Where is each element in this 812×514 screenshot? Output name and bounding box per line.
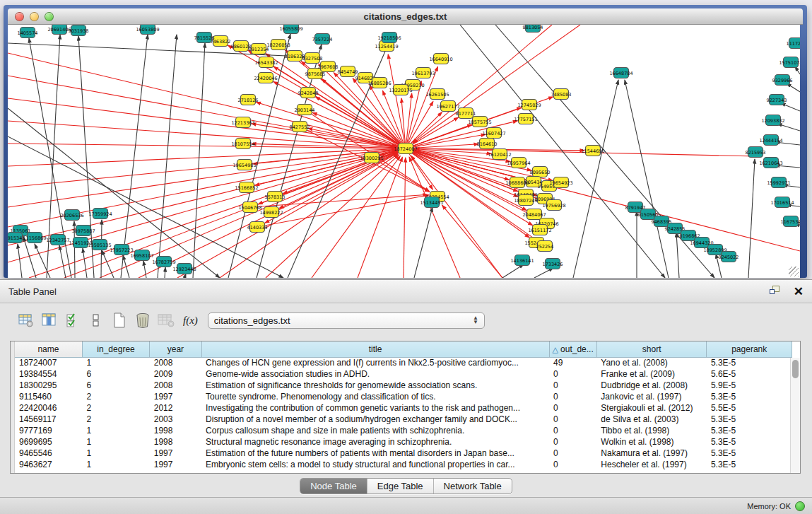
row-selection-icon[interactable]	[62, 310, 83, 330]
graph-node[interactable]	[425, 197, 440, 208]
graph-node[interactable]	[264, 207, 279, 218]
graph-node[interactable]	[382, 33, 397, 43]
table-select-dropdown[interactable]: citations_edges.txt ▲▼	[208, 313, 485, 329]
graph-node[interactable]	[770, 95, 784, 105]
graph-node[interactable]	[416, 68, 431, 78]
graph-node[interactable]	[695, 238, 710, 248]
graph-node[interactable]	[546, 259, 560, 269]
graph-node[interactable]	[473, 117, 488, 127]
column-header-short[interactable]: short	[596, 341, 707, 357]
table-cell[interactable]: Wolkin et al. (1998)	[596, 436, 707, 448]
table-cell[interactable]: 0	[549, 459, 596, 470]
tab-edge-table[interactable]: Edge Table	[367, 479, 434, 493]
column-header-name[interactable]: name	[15, 341, 82, 357]
table-cell[interactable]: 0	[549, 402, 596, 414]
black-edge[interactable]	[775, 165, 800, 168]
graph-node[interactable]	[522, 100, 537, 110]
table-cell[interactable]: 5.3E-5	[707, 391, 792, 402]
graph-node[interactable]	[93, 240, 107, 250]
graph-node[interactable]	[512, 158, 526, 168]
table-cell[interactable]: 2009	[150, 368, 201, 380]
graph-node[interactable]	[157, 257, 172, 267]
graph-node[interactable]	[487, 128, 502, 139]
graph-node[interactable]	[28, 233, 42, 243]
table-cell[interactable]: 19384554	[15, 368, 82, 380]
table-row[interactable]: 2242004622012Investigating the contribut…	[15, 402, 792, 414]
table-cell[interactable]: 0	[549, 391, 596, 402]
black-edge[interactable]	[414, 207, 433, 278]
graph-node[interactable]	[784, 57, 799, 68]
table-cell[interactable]: 9115460	[15, 391, 82, 402]
graph-node[interactable]	[748, 147, 763, 158]
graph-node[interactable]	[341, 66, 355, 77]
table-cell[interactable]: 18724007	[15, 357, 82, 368]
graph-node[interactable]	[321, 62, 336, 72]
graph-node[interactable]	[526, 25, 541, 33]
table-cell[interactable]: Nakamura et al. (1997)	[596, 448, 707, 459]
graph-node[interactable]	[315, 34, 330, 45]
graph-node[interactable]	[236, 139, 251, 149]
black-edge[interactable]	[502, 264, 524, 278]
graph-node[interactable]	[250, 222, 265, 233]
table-cell[interactable]: 5.3E-5	[707, 459, 792, 470]
table-row[interactable]: 1938455462009Genome-wide association stu…	[15, 368, 792, 380]
table-cell[interactable]: Corpus callosum shape and size in male p…	[201, 425, 549, 436]
table-cell[interactable]: Structural magnetic resonance image aver…	[201, 436, 549, 448]
memory-status-icon[interactable]	[795, 501, 805, 511]
graph-node[interactable]	[641, 209, 656, 220]
table-cell[interactable]: 2012	[150, 402, 201, 414]
float-window-icon[interactable]	[770, 286, 782, 297]
black-edge[interactable]	[59, 245, 66, 278]
graph-node[interactable]	[538, 241, 553, 252]
table-cell[interactable]: 2	[82, 414, 149, 425]
table-cell[interactable]: 1998	[150, 436, 201, 448]
table-cell[interactable]: 5.3E-5	[707, 414, 792, 425]
graph-node[interactable]	[480, 139, 495, 149]
graph-node[interactable]	[301, 88, 316, 98]
red-edge[interactable]	[8, 149, 396, 166]
graph-node[interactable]	[241, 95, 256, 105]
red-edge[interactable]	[413, 25, 580, 143]
graph-node[interactable]	[586, 146, 601, 156]
graph-node[interactable]	[52, 25, 67, 35]
black-edge[interactable]	[625, 80, 669, 278]
table-scrollbar[interactable]	[790, 358, 800, 473]
graph-node[interactable]	[772, 177, 787, 188]
graph-node[interactable]	[547, 200, 562, 211]
graph-node[interactable]	[554, 89, 569, 100]
tab-network-table[interactable]: Network Table	[434, 479, 512, 493]
graph-node[interactable]	[526, 177, 541, 187]
table-cell[interactable]: 5.3E-5	[707, 357, 792, 368]
table-cell[interactable]: Investigating the contribution of common…	[201, 402, 549, 414]
graph-node[interactable]	[519, 114, 534, 124]
graph-node[interactable]	[681, 230, 696, 241]
graph-node[interactable]	[784, 216, 799, 227]
column-header-pagerank[interactable]: pagerank	[707, 341, 792, 357]
graph-node[interactable]	[234, 41, 249, 52]
red-edge[interactable]	[442, 205, 502, 278]
table-cell[interactable]: Genome-wide association studies in ADHD.	[201, 368, 549, 380]
table-cell[interactable]: 14569117	[15, 414, 82, 425]
red-edge[interactable]	[312, 156, 400, 278]
table-cell[interactable]: 2	[82, 402, 149, 414]
network-graph[interactable]: 1125441916640910196137931595821013220175…	[8, 25, 800, 278]
table-cell[interactable]: Estimation of significance thresholds fo…	[201, 380, 549, 391]
table-cell[interactable]: Franke et al. (2009)	[596, 368, 707, 380]
red-edge[interactable]	[257, 195, 429, 227]
black-edge[interactable]	[123, 255, 129, 278]
graph-node[interactable]	[775, 197, 790, 208]
graph-node[interactable]	[533, 167, 548, 177]
graph-node[interactable]	[434, 54, 449, 64]
red-edge[interactable]	[265, 148, 406, 223]
graph-node[interactable]	[515, 255, 530, 266]
table-cell[interactable]: 5.3E-5	[707, 436, 792, 448]
table-cell[interactable]: 22420046	[15, 402, 82, 414]
table-cell[interactable]: Tourette syndrome. Phenomenology and cla…	[201, 391, 549, 402]
graph-node[interactable]	[213, 36, 228, 47]
graph-node[interactable]	[358, 73, 373, 83]
graph-node[interactable]	[293, 122, 307, 132]
table-cell[interactable]: 2008	[150, 380, 201, 391]
table-cell[interactable]: 0	[549, 414, 596, 425]
table-cell[interactable]: Jankovic et al. (1997)	[596, 391, 707, 402]
graph-node[interactable]	[365, 153, 379, 163]
